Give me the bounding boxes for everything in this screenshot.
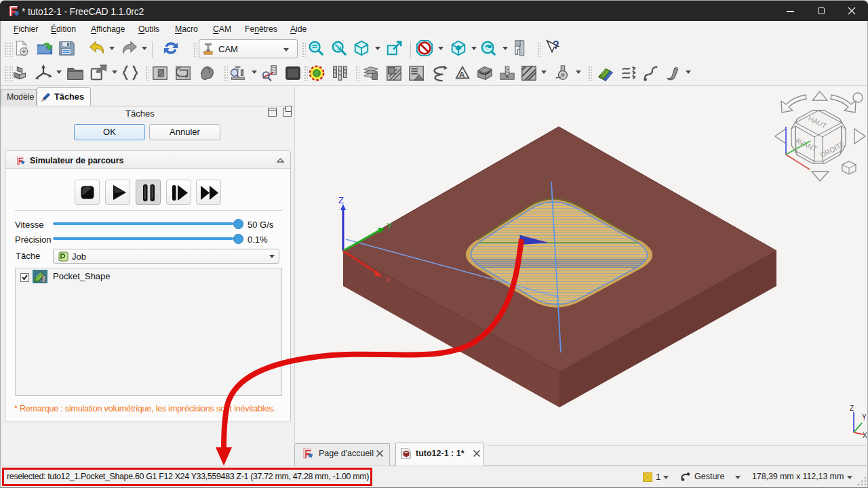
svg-text:Z: Z [338,195,344,205]
svg-text:A: A [458,70,465,80]
svg-text:?: ? [553,39,559,51]
svg-text:Y: Y [862,413,867,421]
svg-text:Y: Y [387,221,393,231]
svg-text:Z: Z [850,405,854,412]
svg-text:X: X [863,432,867,439]
svg-text:X: X [385,274,391,285]
